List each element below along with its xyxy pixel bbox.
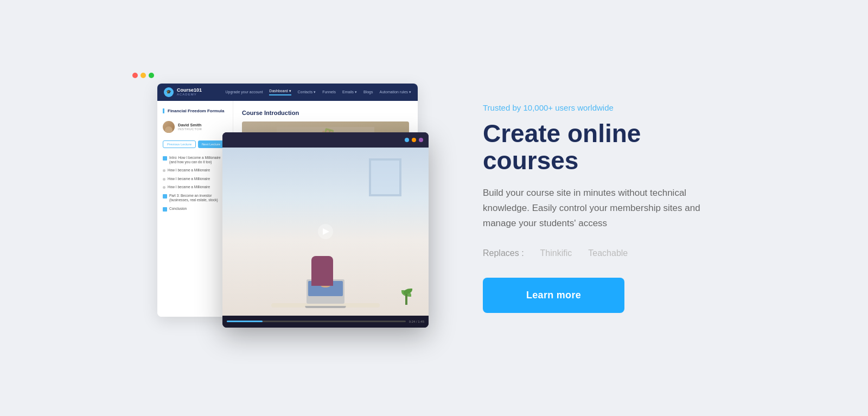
list-icon	[163, 194, 167, 199]
list-item: Part 3: Become an investor (businesses, …	[163, 194, 227, 203]
replaces-label: Replaces :	[483, 248, 524, 258]
video-footer: 0:24 / 1:45	[222, 316, 429, 328]
video-dot-orange	[412, 138, 416, 142]
list-item: Conclusion	[163, 207, 227, 212]
chrome-dot-yellow	[141, 73, 146, 78]
progress-bar	[227, 321, 406, 322]
instructor-area: David Smith INSTRUCTOR	[163, 121, 227, 133]
logo-text-block: Course101 ACADEMY	[177, 88, 202, 97]
list-dot	[163, 178, 165, 181]
plant-stem	[405, 294, 407, 305]
mockup-area: 🎓 Course101 ACADEMY Upgrade your account…	[125, 67, 439, 349]
logo-area: 🎓 Course101 ACADEMY	[164, 87, 202, 97]
nav-items: Upgrade your account Dashboard ▾ Contact…	[225, 89, 411, 95]
chrome-dot-green	[149, 73, 154, 78]
course-list: Intro: How I become a Millionaire (and h…	[163, 156, 227, 212]
laptop-base	[305, 306, 346, 308]
plant-leaf2	[404, 289, 412, 294]
video-header	[222, 132, 429, 148]
lms-sidebar: Financial Freedom Formula David Smith IN…	[157, 101, 233, 317]
video-dot-blue	[405, 138, 409, 142]
page-container: 🎓 Course101 ACADEMY Upgrade your account…	[108, 67, 760, 349]
list-dot	[163, 169, 165, 172]
plant	[401, 286, 412, 305]
sidebar-title: Financial Freedom Formula	[163, 108, 227, 113]
list-icon	[163, 207, 167, 212]
content-title: Course Introduction	[242, 110, 409, 116]
person-torso	[311, 256, 333, 286]
prev-lecture-btn[interactable]: Previous Lecture	[163, 140, 196, 148]
app-name: Course101	[177, 88, 202, 93]
list-item: Intro: How I become a Millionaire (and h…	[163, 156, 227, 165]
replaces-teachable: Teachable	[588, 248, 628, 258]
nav-automation: Automation rules ▾	[380, 90, 411, 94]
next-lecture-btn[interactable]: Next Lecture	[198, 140, 224, 148]
list-item: How I became a Millionaire	[163, 177, 227, 181]
nav-emails: Emails ▾	[342, 90, 357, 94]
list-dot	[163, 186, 165, 189]
video-time: 0:24 / 1:45	[409, 320, 424, 323]
person-body	[306, 242, 339, 286]
list-icon	[163, 156, 167, 161]
instructor-info: David Smith INSTRUCTOR	[178, 123, 202, 131]
nav-funnels: Funnels	[322, 90, 336, 94]
replaces-thinkific: Thinkific	[540, 248, 572, 258]
nav-blogs: Blogs	[363, 90, 373, 94]
app-subtitle: ACADEMY	[177, 93, 202, 96]
list-item: How I became a Millionaire	[163, 185, 227, 189]
list-item: How I became a Millionaire	[163, 168, 227, 172]
video-dot-purple	[419, 138, 423, 142]
logo-icon: 🎓	[164, 87, 174, 97]
trusted-badge: Trusted by 10,000+ users worldwide	[483, 103, 743, 112]
instructor-avatar	[163, 121, 175, 133]
window-chrome	[132, 73, 154, 78]
video-body	[222, 148, 429, 316]
instructor-name: David Smith	[178, 123, 202, 127]
replaces-row: Replaces : Thinkific Teachable	[483, 248, 743, 258]
description: Build your course site in minutes withou…	[483, 185, 722, 231]
lecture-buttons: Previous Lecture Next Lecture	[163, 140, 227, 148]
play-icon	[323, 228, 329, 235]
nav-dashboard[interactable]: Dashboard ▾	[269, 89, 291, 95]
nav-upgrade: Upgrade your account	[225, 90, 263, 94]
learn-more-button[interactable]: Learn more	[483, 278, 624, 313]
background-window	[369, 158, 401, 196]
lms-header: 🎓 Course101 ACADEMY Upgrade your account…	[157, 84, 418, 101]
text-content: Trusted by 10,000+ users worldwide Creat…	[483, 103, 743, 313]
video-card: 0:24 / 1:45	[222, 132, 429, 328]
progress-fill	[227, 321, 263, 322]
nav-contacts: Contacts ▾	[298, 90, 316, 94]
chrome-dot-red	[132, 73, 138, 78]
headline: Create online courses	[483, 120, 743, 175]
play-button[interactable]	[318, 224, 333, 239]
avatar-silhouette	[165, 126, 173, 133]
instructor-role: INSTRUCTOR	[178, 127, 202, 131]
